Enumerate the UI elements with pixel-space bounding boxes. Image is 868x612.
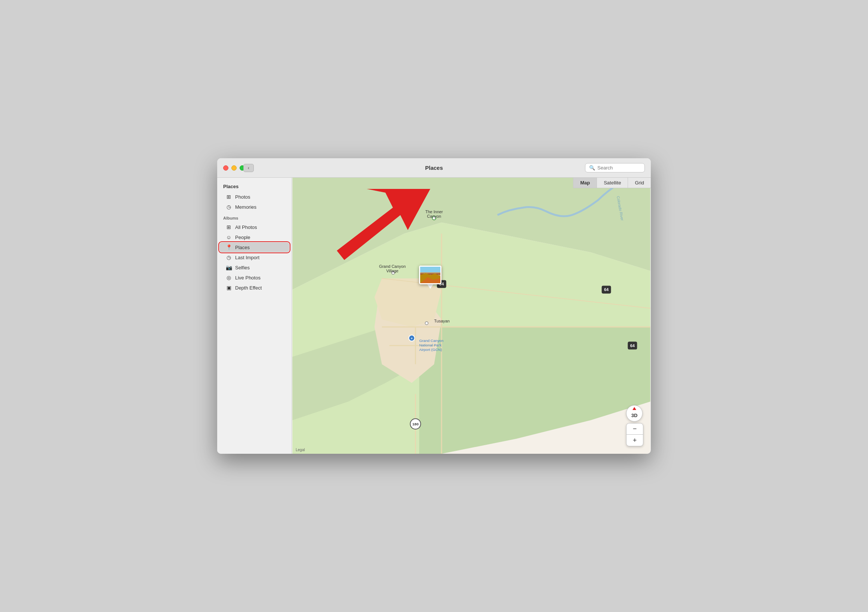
compass-icon: [632, 407, 636, 410]
svg-text:Grand Canyon: Grand Canyon: [379, 264, 406, 269]
back-button[interactable]: ‹: [243, 164, 254, 172]
satellite-view-button[interactable]: Satellite: [597, 178, 628, 188]
sidebar-item-photos[interactable]: ⊞ Photos: [219, 192, 289, 202]
sidebar-item-all-photos[interactable]: ⊞ All Photos: [219, 222, 289, 232]
sidebar-item-live-photos[interactable]: ◎ Live Photos: [219, 273, 289, 283]
svg-text:64: 64: [630, 343, 635, 348]
svg-text:Airport (GCN): Airport (GCN): [419, 348, 442, 352]
photo-thumbnail: [419, 266, 442, 284]
photo-pin[interactable]: [419, 266, 442, 289]
svg-text:Grand Canyon: Grand Canyon: [419, 339, 443, 343]
sidebar-item-selfies[interactable]: 📷 Selfies: [219, 263, 289, 272]
close-button[interactable]: [223, 165, 228, 171]
sidebar-item-label: All Photos: [235, 224, 257, 230]
map-3d-button[interactable]: 3D: [626, 405, 643, 422]
zoom-controls: − +: [626, 423, 643, 446]
map-area[interactable]: Map Satellite Grid: [292, 178, 651, 454]
svg-point-28: [425, 322, 428, 325]
minus-icon: −: [633, 425, 637, 433]
zoom-out-button[interactable]: −: [626, 424, 643, 435]
zoom-in-button[interactable]: +: [626, 435, 643, 446]
svg-text:64: 64: [604, 287, 609, 292]
svg-text:Village: Village: [386, 269, 398, 273]
legal-text: Legal: [296, 448, 305, 452]
selfies-icon: 📷: [225, 264, 232, 270]
traffic-lights: [223, 165, 245, 171]
sidebar-item-label: Depth Effect: [235, 285, 262, 290]
albums-label: Albums: [217, 212, 291, 222]
svg-text:The Inner: The Inner: [425, 210, 443, 214]
depth-effect-icon: ▣: [225, 285, 232, 290]
svg-text:180: 180: [412, 422, 418, 426]
svg-text:Canyon: Canyon: [427, 214, 441, 219]
sidebar-item-places[interactable]: 📍 Places: [219, 242, 289, 252]
grid-view-button[interactable]: Grid: [628, 178, 651, 188]
window-title: Places: [425, 165, 443, 171]
sidebar-item-last-import[interactable]: ◷ Last Import: [219, 253, 289, 262]
places-icon: 📍: [225, 244, 232, 250]
memories-icon: ◷: [225, 204, 232, 210]
3d-label: 3D: [631, 413, 638, 418]
svg-text:+: +: [411, 337, 413, 340]
photos-icon: ⊞: [225, 194, 232, 200]
sidebar-item-label: Live Photos: [235, 275, 260, 281]
sidebar-item-depth-effect[interactable]: ▣ Depth Effect: [219, 283, 289, 292]
search-icon: 🔍: [589, 165, 595, 171]
people-icon: ☺: [225, 234, 232, 240]
svg-text:National Park: National Park: [419, 343, 442, 347]
sidebar-header: Places: [217, 182, 291, 191]
search-input[interactable]: [597, 165, 641, 171]
map-container: Colorado River 64: [292, 178, 651, 454]
sidebar-item-label: Photos: [235, 194, 250, 200]
titlebar: ‹ Places 🔍: [217, 158, 651, 178]
app-window: ‹ Places 🔍 Places ⊞ Photos ◷ Memories Al…: [217, 158, 651, 454]
sidebar-item-label: Memories: [235, 204, 256, 210]
map-toolbar: Map Satellite Grid: [573, 178, 651, 188]
last-import-icon: ◷: [225, 255, 232, 260]
all-photos-icon: ⊞: [225, 224, 232, 230]
search-box[interactable]: 🔍: [585, 163, 645, 172]
content-area: Places ⊞ Photos ◷ Memories Albums ⊞ All …: [217, 178, 651, 454]
svg-text:Tusayan: Tusayan: [434, 319, 450, 323]
map-view-button[interactable]: Map: [574, 178, 597, 188]
sidebar-item-label: People: [235, 235, 250, 240]
back-icon: ‹: [248, 165, 250, 171]
map-controls: 3D − +: [626, 405, 643, 446]
minimize-button[interactable]: [231, 165, 237, 171]
sidebar-item-people[interactable]: ☺ People: [219, 232, 289, 242]
sidebar-item-label: Last Import: [235, 255, 259, 260]
sidebar-item-label: Selfies: [235, 265, 250, 270]
sidebar-item-label: Places: [235, 245, 250, 250]
live-photos-icon: ◎: [225, 275, 232, 281]
sidebar: Places ⊞ Photos ◷ Memories Albums ⊞ All …: [217, 178, 292, 454]
sidebar-item-memories[interactable]: ◷ Memories: [219, 202, 289, 212]
photo-pin-arrow: [427, 284, 433, 289]
sidebar-title: Places: [223, 184, 239, 189]
plus-icon: +: [633, 436, 637, 444]
